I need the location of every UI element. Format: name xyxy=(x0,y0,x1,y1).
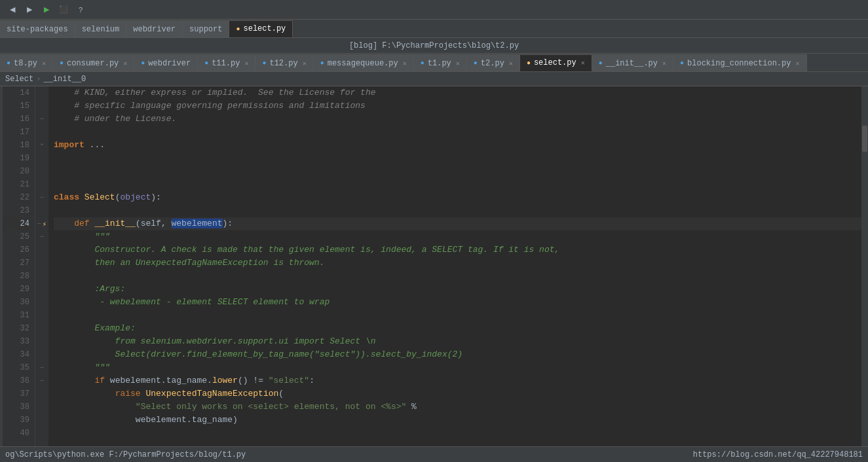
file-path-text: [blog] F:\PycharmProjects\blog\t2.py xyxy=(5,41,863,50)
breadcrumb-part-2[interactable]: __init__0 xyxy=(43,75,86,84)
toolbar-btn-1[interactable]: ◀ xyxy=(5,3,20,17)
line-num-26: 26 xyxy=(3,243,29,257)
toolbar-btn-4[interactable]: ? xyxy=(73,3,88,17)
close-icon[interactable]: ✕ xyxy=(123,60,127,67)
tab-select[interactable]: ● select.py ✕ xyxy=(520,54,592,71)
fold-icon-18[interactable]: + xyxy=(40,142,43,149)
line-num-34: 34 xyxy=(3,348,29,361)
close-icon[interactable]: ✕ xyxy=(244,60,248,67)
code-line-27: then an UnexpectedTagNameException is th… xyxy=(54,257,861,270)
tab-t2[interactable]: ● t2.py ✕ xyxy=(467,54,520,71)
breadcrumb-separator: › xyxy=(36,75,41,84)
line-num-15: 15 xyxy=(3,99,29,113)
editor-tabs: ● t8.py ✕ ● consumer.py ✕ ● webdriver ● … xyxy=(0,54,868,72)
file-path-bar: [blog] F:\PycharmProjects\blog\t2.py xyxy=(0,38,868,54)
py-icon: ● xyxy=(141,60,145,67)
line-num-23: 23 xyxy=(3,204,29,217)
nav-tab-site-packages[interactable]: site-packages xyxy=(0,20,75,37)
fold-icon-25[interactable]: ─ xyxy=(40,234,43,240)
code-area[interactable]: # KIND, either express or implied. See t… xyxy=(48,86,861,462)
line-num-37: 37 xyxy=(3,387,29,400)
gutter-36: ─ xyxy=(35,374,48,387)
gutter-20 xyxy=(35,165,48,178)
line-num-14: 14 xyxy=(3,86,29,99)
code-line-23 xyxy=(54,204,861,217)
line-num-40: 40 xyxy=(3,427,29,440)
fold-icon-36[interactable]: ─ xyxy=(40,378,43,384)
tab-t12[interactable]: ● t12.py ✕ xyxy=(255,54,313,71)
scrollbar-thumb[interactable] xyxy=(862,126,867,152)
py-icon: ● xyxy=(60,60,64,67)
tab-init[interactable]: ● __init__.py ✕ xyxy=(592,54,673,71)
line-num-39: 39 xyxy=(3,414,29,427)
breadcrumb-part-1[interactable]: Select xyxy=(5,75,33,84)
code-line-39: webelement.tag_name) xyxy=(54,414,861,427)
code-line-40 xyxy=(54,427,861,440)
toolbar-btn-3[interactable]: ⬛ xyxy=(56,3,71,17)
code-line-33: from selenium.webdriver.support.ui impor… xyxy=(54,335,861,348)
line-numbers: 14 15 16 17 18 19 20 21 22 23 24 25 26 2… xyxy=(3,86,35,462)
close-icon[interactable]: ✕ xyxy=(509,60,513,67)
toolbar-btn-2[interactable]: ▶ xyxy=(22,3,37,17)
code-line-20 xyxy=(54,165,861,178)
code-line-19 xyxy=(54,152,861,165)
fold-icon-24[interactable]: ─ xyxy=(37,221,41,227)
fold-icon-22[interactable]: ─ xyxy=(40,194,43,201)
fold-icon-16[interactable]: ─ xyxy=(40,116,43,122)
code-line-25: """ xyxy=(54,230,861,243)
close-icon[interactable]: ✕ xyxy=(42,60,46,67)
nav-tab-select-py[interactable]: ● select.py xyxy=(229,20,293,37)
toolbar: ◀ ▶ ▶ ⬛ ? xyxy=(0,0,868,20)
line-num-18: 18 xyxy=(3,139,29,152)
gutter-30 xyxy=(35,296,48,309)
tab-webdriver[interactable]: ● webdriver xyxy=(134,54,198,71)
tab-messagequeue[interactable]: ● messagequeue.py ✕ xyxy=(314,54,414,71)
line-num-31: 31 xyxy=(3,309,29,322)
code-line-26: Constructor. A check is made that the gi… xyxy=(54,243,861,257)
code-line-31 xyxy=(54,309,861,322)
nav-tab-webdriver[interactable]: webdriver xyxy=(126,20,183,37)
line-num-33: 33 xyxy=(3,335,29,348)
code-line-17 xyxy=(54,126,861,139)
line-num-17: 17 xyxy=(3,126,29,139)
gutter-29 xyxy=(35,283,48,296)
code-line-37: raise UnexpectedTagNameException( xyxy=(54,387,861,400)
gutter-24: ─ ⚡ xyxy=(35,217,48,230)
scrollbar-track[interactable] xyxy=(861,86,868,462)
status-bar-left: og\Scripts\python.exe F:/PycharmProjects… xyxy=(5,450,246,459)
nav-tab-selenium[interactable]: selenium xyxy=(75,20,127,37)
gutter: ─ + ─ ─ ⚡ ─ ─ ─ xyxy=(35,86,48,462)
gutter-23 xyxy=(35,204,48,217)
close-icon[interactable]: ✕ xyxy=(662,60,666,67)
close-icon[interactable]: ✕ xyxy=(456,60,460,67)
code-line-22: class Select(object): xyxy=(54,191,861,204)
tab-t8[interactable]: ● t8.py ✕ xyxy=(0,54,53,71)
gutter-33 xyxy=(35,335,48,348)
line-num-28: 28 xyxy=(3,270,29,283)
warning-icon-24: ⚡ xyxy=(42,220,47,228)
tab-t11[interactable]: ● t11.py ✕ xyxy=(198,54,255,71)
tab-blocking[interactable]: ● blocking_connection.py ✕ xyxy=(673,54,806,71)
code-line-35: """ xyxy=(54,361,861,374)
close-icon[interactable]: ✕ xyxy=(795,60,799,67)
line-num-29: 29 xyxy=(3,283,29,296)
toolbar-btn-run[interactable]: ▶ xyxy=(39,3,54,17)
nav-tab-support[interactable]: support xyxy=(183,20,229,37)
code-line-21 xyxy=(54,178,861,191)
gutter-31 xyxy=(35,309,48,322)
gutter-16: ─ xyxy=(35,113,48,126)
gutter-25: ─ xyxy=(35,230,48,243)
code-line-28 xyxy=(54,270,861,283)
py-icon: ● xyxy=(262,60,266,67)
fold-icon-35[interactable]: ─ xyxy=(40,364,43,371)
code-line-14: # KIND, either express or implied. See t… xyxy=(54,86,861,99)
gutter-34 xyxy=(35,348,48,361)
close-icon[interactable]: ✕ xyxy=(581,59,585,67)
gutter-35: ─ xyxy=(35,361,48,374)
gutter-15 xyxy=(35,99,48,113)
close-icon[interactable]: ✕ xyxy=(303,60,307,67)
code-line-18: import ... xyxy=(54,139,861,152)
tab-consumer[interactable]: ● consumer.py ✕ xyxy=(53,54,134,71)
close-icon[interactable]: ✕ xyxy=(403,60,407,67)
tab-t1[interactable]: ● t1.py ✕ xyxy=(414,54,467,71)
